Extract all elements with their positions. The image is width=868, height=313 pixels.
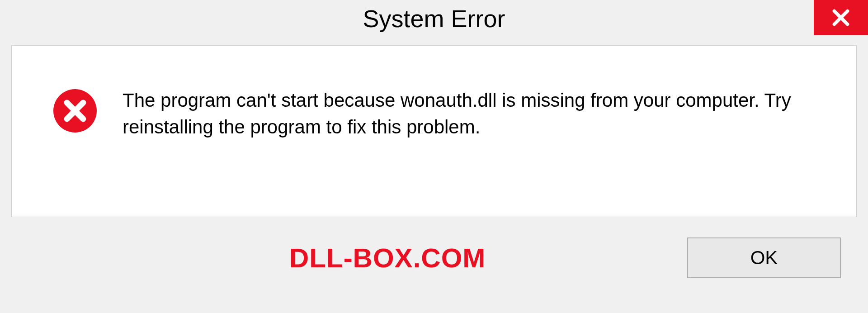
- close-icon: [831, 8, 851, 28]
- dialog-title: System Error: [363, 5, 505, 33]
- content-panel: The program can't start because wonauth.…: [11, 45, 857, 217]
- error-icon: [52, 88, 98, 133]
- dialog-footer: DLL-BOX.COM OK: [0, 217, 868, 278]
- watermark-text: DLL-BOX.COM: [289, 242, 486, 274]
- ok-button[interactable]: OK: [687, 237, 841, 278]
- title-bar: System Error: [0, 0, 868, 41]
- close-button[interactable]: [814, 0, 868, 35]
- error-dialog: System Error The program can't start bec…: [0, 0, 868, 313]
- error-message: The program can't start because wonauth.…: [123, 86, 829, 141]
